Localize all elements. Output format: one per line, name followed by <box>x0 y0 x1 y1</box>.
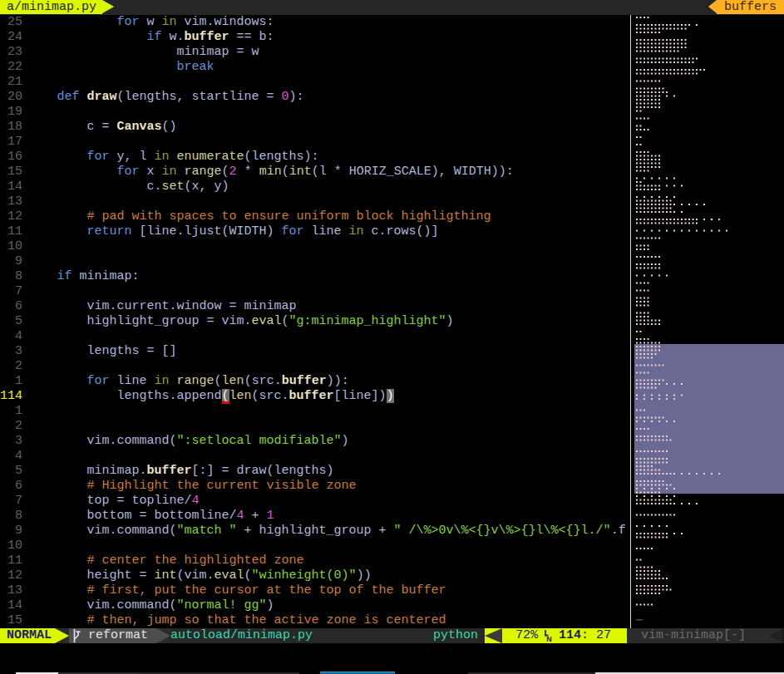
svg-text:N: N <box>546 635 552 643</box>
